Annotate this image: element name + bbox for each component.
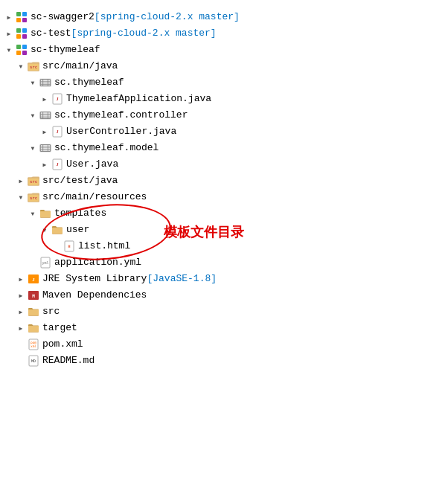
- tree-item-sc-swagger2[interactable]: sc-swagger2 [spring-cloud-2.x master]: [0, 9, 448, 25]
- tree-item-label: README.md: [42, 353, 95, 369]
- tree-item-label: sc-swagger2: [31, 9, 95, 25]
- folder-icon: [51, 223, 64, 237]
- svg-rect-6: [16, 34, 21, 39]
- file-tree: sc-swagger2 [spring-cloud-2.x master] sc…: [0, 6, 448, 372]
- tree-item-readme-md[interactable]: MD README.md: [0, 353, 448, 369]
- jre-icon: J: [27, 272, 40, 286]
- src-folder-icon: src: [27, 190, 40, 204]
- tree-item-label: sc.thymeleaf.controller: [54, 107, 188, 123]
- tree-item-src-dir[interactable]: src: [0, 304, 448, 320]
- svg-rect-0: [16, 12, 21, 16]
- tree-arrow[interactable]: [27, 109, 39, 121]
- tree-item-sc-thymeleaf-pkg[interactable]: sc.thymeleaf: [0, 74, 448, 91]
- tree-arrow[interactable]: [39, 126, 51, 138]
- tree-item-src-main-resources[interactable]: src src/main/resources: [0, 189, 448, 205]
- svg-text:src: src: [30, 196, 37, 200]
- tree-arrow: [15, 338, 27, 350]
- tree-item-target-dir[interactable]: target: [0, 320, 448, 336]
- tree-item-label: Maven Dependencies: [42, 287, 147, 304]
- svg-rect-3: [22, 18, 27, 22]
- src-folder-icon: src: [27, 174, 40, 187]
- tree-item-label: sc-test: [31, 25, 71, 42]
- tree-item-label: sc.thymeleaf: [54, 74, 124, 91]
- tree-item-label: src/main/resources: [42, 189, 147, 205]
- tree-arrow: [15, 355, 27, 367]
- tree-item-UserController[interactable]: J UserController.java: [0, 123, 448, 140]
- tree-arrow[interactable]: [3, 11, 15, 23]
- svg-text:M: M: [32, 293, 35, 298]
- tree-arrow[interactable]: [15, 289, 27, 301]
- tree-arrow[interactable]: [27, 142, 39, 154]
- tree-arrow[interactable]: [27, 208, 39, 219]
- svg-rect-55: [28, 309, 39, 315]
- package-icon: [39, 76, 52, 89]
- tree-item-label: target: [42, 320, 77, 336]
- svg-text:xml: xml: [31, 344, 36, 348]
- tree-item-suffix: [spring-cloud-2.x master]: [71, 25, 217, 42]
- package-icon: [39, 109, 52, 122]
- tree-item-label: User.java: [66, 156, 118, 173]
- tree-item-jre[interactable]: J JRE System Library [JavaSE-1.8]: [0, 271, 448, 287]
- tree-arrow[interactable]: [15, 273, 27, 285]
- package-icon: [39, 141, 52, 155]
- tree-item-user-folder[interactable]: user: [0, 222, 448, 238]
- tree-item-application-yml[interactable]: yml application.yml: [0, 254, 448, 271]
- tree-item-sc-thymeleaf[interactable]: sc-thymeleaf: [0, 42, 448, 58]
- tree-item-sc-test[interactable]: sc-test [spring-cloud-2.x master]: [0, 25, 448, 42]
- svg-text:H: H: [68, 244, 70, 248]
- svg-text:MD: MD: [31, 359, 36, 363]
- svg-rect-10: [16, 51, 21, 55]
- tree-arrow[interactable]: [39, 158, 51, 170]
- tree-item-src-test-java[interactable]: src src/test/java: [0, 173, 448, 189]
- tree-arrow[interactable]: [15, 322, 27, 334]
- svg-rect-9: [22, 45, 27, 49]
- tree-item-label: pom.xml: [42, 336, 83, 353]
- tree-arrow[interactable]: [15, 306, 27, 318]
- tree-item-sc-thymeleaf-controller[interactable]: sc.thymeleaf.controller: [0, 107, 448, 123]
- svg-rect-45: [40, 211, 51, 217]
- tree-arrow[interactable]: [15, 60, 27, 72]
- svg-rect-11: [22, 51, 27, 55]
- svg-rect-46: [52, 228, 63, 234]
- tree-arrow[interactable]: [15, 175, 27, 187]
- java-icon: J: [51, 158, 64, 171]
- tree-item-label: templates: [54, 205, 106, 222]
- tree-item-sc-thymeleaf-model[interactable]: sc.thymeleaf.model: [0, 140, 448, 156]
- tree-arrow[interactable]: [15, 191, 27, 203]
- yaml-icon: yml: [39, 256, 52, 269]
- tree-item-label: UserController.java: [66, 123, 176, 140]
- tree-item-suffix: [JavaSE-1.8]: [147, 271, 217, 287]
- tree-item-ThymeleafApplication[interactable]: J ThymeleafApplication.java: [0, 91, 448, 107]
- tree-arrow[interactable]: [39, 93, 51, 105]
- java-icon: J: [51, 92, 64, 106]
- tree-arrow: [51, 240, 63, 252]
- svg-text:J: J: [56, 129, 59, 135]
- tree-arrow[interactable]: [3, 44, 15, 56]
- tree-arrow[interactable]: [3, 28, 15, 39]
- tree-arrow[interactable]: [27, 77, 39, 89]
- html-icon: H: [63, 240, 76, 253]
- svg-text:J: J: [56, 161, 59, 167]
- tree-item-label: ThymeleafApplication.java: [66, 91, 211, 107]
- tree-item-list-html[interactable]: H list.html: [0, 238, 448, 254]
- svg-rect-1: [22, 12, 27, 16]
- tree-item-maven[interactable]: M Maven Dependencies: [0, 287, 448, 304]
- tree-item-pom-xml[interactable]: pom xml pom.xml: [0, 336, 448, 353]
- tree-item-templates[interactable]: templates: [0, 205, 448, 222]
- svg-text:J: J: [32, 277, 35, 283]
- tree-item-src-main-java[interactable]: src src/main/java: [0, 58, 448, 74]
- module-icon: [15, 27, 28, 40]
- tree-item-label: user: [66, 222, 89, 238]
- java-icon: J: [51, 125, 64, 138]
- module-icon: [15, 43, 28, 57]
- src-folder-icon: src: [27, 60, 40, 73]
- tree-item-User[interactable]: J User.java: [0, 156, 448, 173]
- svg-rect-4: [16, 28, 21, 33]
- svg-text:yml: yml: [42, 260, 48, 266]
- svg-rect-5: [22, 28, 27, 33]
- folder-icon: [27, 305, 40, 318]
- tree-item-label: application.yml: [54, 254, 141, 271]
- tree-item-label: list.html: [78, 238, 130, 254]
- svg-text:src: src: [30, 179, 37, 184]
- tree-arrow[interactable]: [39, 224, 51, 236]
